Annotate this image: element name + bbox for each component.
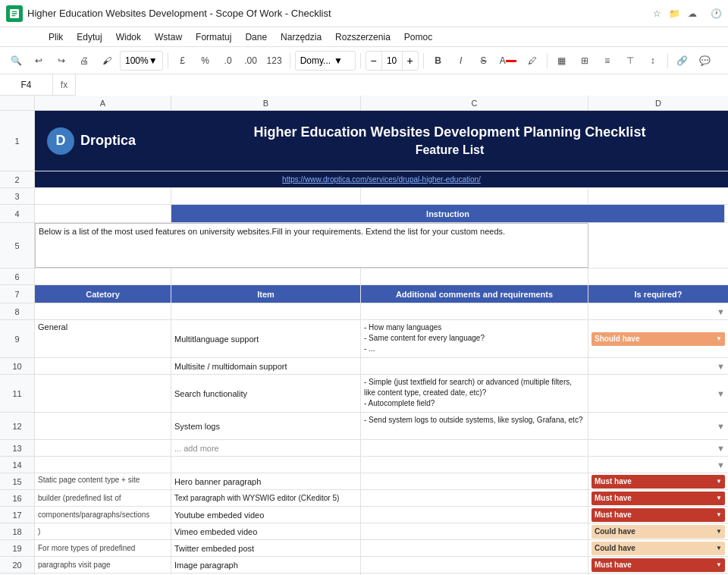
col-header-b[interactable]: B xyxy=(171,96,361,110)
menu-dane[interactable]: Dane xyxy=(239,30,273,44)
highlight-btn[interactable]: 🖊 xyxy=(522,51,542,71)
font-selector[interactable]: Domy... ▼ xyxy=(295,51,356,71)
table-row: 18 ) Vimeo embeded video Could have ▼ xyxy=(0,523,728,540)
badge-must-17[interactable]: Must have ▼ xyxy=(592,508,725,522)
dec-up-btn[interactable]: .00 xyxy=(241,51,261,71)
cell-8d[interactable]: ▼ xyxy=(588,303,728,319)
table-row: 1 D Droptica Higher Education Websites D… xyxy=(0,111,728,171)
menu-formatuj[interactable]: Formatuj xyxy=(190,30,237,44)
cell-12d[interactable]: ▼ xyxy=(588,413,728,439)
percent-btn[interactable]: % xyxy=(196,51,215,71)
cell-17a: components/paragraphs/sections xyxy=(35,507,171,523)
align-btn[interactable]: ≡ xyxy=(598,51,617,71)
cell-17b: Youtube embeded video xyxy=(171,507,361,523)
redo-btn[interactable]: ↪ xyxy=(52,51,71,71)
table-row: 13 ... add more ▼ xyxy=(0,440,728,457)
logo-text: Droptica xyxy=(80,133,136,149)
menu-pomoc[interactable]: Pomoc xyxy=(398,30,438,44)
cell-9a: General xyxy=(35,320,171,357)
badge-should-9[interactable]: Should have ▼ xyxy=(592,332,725,346)
table-row: 8 ▼ xyxy=(0,303,728,320)
zoom-control[interactable]: 100% ▼ xyxy=(120,51,163,71)
cell-15b: Hero banner paragraph xyxy=(171,473,361,489)
bold-btn[interactable]: B xyxy=(428,51,448,71)
cell-16d[interactable]: Must have ▼ xyxy=(588,490,728,506)
print-btn[interactable]: 🖨 xyxy=(74,51,94,71)
badge-must-20[interactable]: Must have ▼ xyxy=(592,558,725,572)
menu-edytuj[interactable]: Edytuj xyxy=(71,30,108,44)
cell-19d[interactable]: Could have ▼ xyxy=(588,540,728,556)
menu-narzedzia[interactable]: Narzędzia xyxy=(275,30,328,44)
cell-14d[interactable]: ▼ xyxy=(588,457,728,473)
header-link[interactable]: https://www.droptica.com/services/drupal… xyxy=(282,175,481,184)
paint-format-btn[interactable]: 🖌 xyxy=(97,51,117,71)
cell-6b xyxy=(171,269,361,284)
cell-12c: - Send system logs to outside systems, l… xyxy=(361,413,588,439)
menu-widok[interactable]: Widok xyxy=(110,30,147,44)
merge-btn[interactable]: ⊞ xyxy=(575,51,595,71)
top-bar: Higher Education Websites Development - … xyxy=(0,0,728,27)
zoom-value: 100% xyxy=(125,55,149,66)
badge-must-15[interactable]: Must have ▼ xyxy=(592,475,725,489)
font-size-minus[interactable]: − xyxy=(366,51,381,71)
header-cell: D Droptica Higher Education Websites Dev… xyxy=(35,111,728,171)
cloud-icon[interactable]: ☁ xyxy=(688,8,697,19)
cell-11c: - Simple (just textfield for search) or … xyxy=(361,375,588,412)
sep4 xyxy=(423,53,424,68)
top-icons: ☆ 📁 ☁ 🕐 xyxy=(653,8,722,19)
undo-btn[interactable]: ↩ xyxy=(29,51,49,71)
col-header-d[interactable]: D xyxy=(588,96,728,110)
row-num-3: 3 xyxy=(0,188,35,204)
cell-13d[interactable]: ▼ xyxy=(588,440,728,456)
link-btn[interactable]: 🔗 xyxy=(673,51,692,71)
cell-17d[interactable]: Must have ▼ xyxy=(588,507,728,523)
row-num-5: 5 xyxy=(0,223,35,268)
header-text-area: Higher Education Websites Development Pl… xyxy=(184,124,716,157)
cell-11d[interactable]: ▼ xyxy=(588,375,728,412)
cell-20d[interactable]: Must have ▼ xyxy=(588,557,728,573)
font-color-btn[interactable]: A xyxy=(497,51,519,71)
badge-could-18[interactable]: Could have ▼ xyxy=(592,525,725,539)
subtitle: Feature List xyxy=(184,143,716,157)
cell-15d[interactable]: Must have ▼ xyxy=(588,473,728,489)
cell-10d[interactable]: ▼ xyxy=(588,358,728,374)
cell-12b: System logs xyxy=(171,413,361,439)
hash-btn[interactable]: 123 xyxy=(264,51,285,71)
menu-plik[interactable]: Plik xyxy=(42,30,69,44)
header-item: Item xyxy=(171,285,361,303)
star-icon[interactable]: ☆ xyxy=(653,8,661,19)
folder-icon[interactable]: 📁 xyxy=(669,8,680,19)
cell-13c xyxy=(361,440,588,456)
row-num-1: 1 xyxy=(0,111,35,171)
row-num-8: 8 xyxy=(0,303,35,319)
formula-input[interactable] xyxy=(76,74,728,96)
italic-btn[interactable]: I xyxy=(451,51,471,71)
cell-reference[interactable]: F4 xyxy=(0,74,53,96)
badge-must-16[interactable]: Must have ▼ xyxy=(592,492,725,505)
text-rotate-btn[interactable]: ↕ xyxy=(643,51,663,71)
search-btn[interactable]: 🔍 xyxy=(6,51,26,71)
dec-down-btn[interactable]: .0 xyxy=(218,51,238,71)
col-header-a[interactable]: A xyxy=(35,96,171,110)
cell-13b: ... add more xyxy=(171,440,361,456)
col-header-c[interactable]: C xyxy=(361,96,588,110)
font-size-plus[interactable]: + xyxy=(403,51,418,71)
sheet-body: 1 D Droptica Higher Education Websites D… xyxy=(0,111,728,575)
comment-btn[interactable]: 💬 xyxy=(695,51,715,71)
menu-wstaw[interactable]: Wstaw xyxy=(149,30,188,44)
borders-btn[interactable]: ▦ xyxy=(552,51,572,71)
history-icon[interactable]: 🕐 xyxy=(711,8,722,19)
badge-could-19[interactable]: Could have ▼ xyxy=(592,542,725,555)
sep6 xyxy=(667,53,668,68)
menu-rozszerzenia[interactable]: Rozszerzenia xyxy=(329,30,397,44)
valign-btn[interactable]: ⊤ xyxy=(620,51,640,71)
strikethrough-btn[interactable]: S xyxy=(474,51,494,71)
header-category: Catetory xyxy=(35,285,171,303)
cell-9d[interactable]: Should have ▼ xyxy=(588,320,728,357)
cell-10b: Multisite / multidomain support xyxy=(171,358,361,374)
currency-btn[interactable]: £ xyxy=(173,51,193,71)
table-row: 2 https://www.droptica.com/services/drup… xyxy=(0,171,728,188)
cell-18d[interactable]: Could have ▼ xyxy=(588,523,728,539)
cell-4d xyxy=(725,205,728,222)
font-size-value[interactable]: 10 xyxy=(381,51,403,71)
